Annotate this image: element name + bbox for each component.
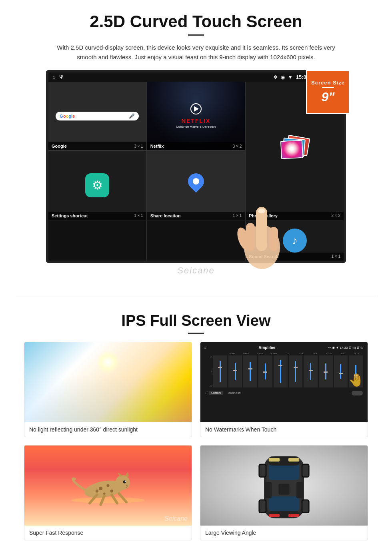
play-triangle-icon [194, 106, 199, 112]
svg-point-14 [96, 490, 98, 492]
wifi-icon: ▼ [288, 74, 293, 80]
badge-divider [322, 87, 334, 88]
amp-header: ⌂ Amplifier ⋯ ◉ ▼ 17:33 ⊡ ◁) ⊠ ▭ [204, 345, 364, 350]
google-label: Google 3 × 1 [48, 142, 146, 150]
netflix-label: Netflix 3 × 2 [147, 142, 245, 150]
svg-point-8 [115, 475, 130, 490]
section2-title: IPS Full Screen View [24, 312, 368, 329]
netflix-play-button[interactable] [190, 103, 202, 114]
section1-description: With 2.5D curved-display screen, this de… [56, 43, 336, 62]
gallery-photos [279, 136, 311, 165]
svg-marker-10 [125, 472, 129, 477]
feature-car: Large Viewing Angle [200, 445, 368, 540]
car-caption: Large Viewing Angle [200, 526, 368, 540]
app-cell-sound[interactable]: ♪ Sound Search 1 × 1 [246, 221, 344, 261]
badge-title: Screen Size [311, 80, 345, 86]
share-size: 1 × 1 [233, 213, 242, 218]
app-cell-google[interactable]: Google 🎤 Google 3 × 1 [48, 82, 146, 150]
amp-scale-mid: 0 [205, 370, 212, 373]
gallery-label: Photo Gallery 2 × 2 [246, 212, 344, 220]
svg-point-21 [125, 481, 126, 482]
feature-cheetah: Seicane Super Fast Response [24, 445, 192, 540]
amp-scale-bot: -10 [205, 385, 212, 387]
screen-mockup-wrapper: Screen Size 9" ⌂ Ψ ✻ ◉ ▼ 15:06 ⊡ ◁) ⊠ [46, 70, 346, 263]
svg-rect-35 [260, 500, 266, 512]
amp-balance-label [205, 352, 225, 355]
gallery-photo-3 [280, 140, 303, 159]
device-screen: ⌂ Ψ ✻ ◉ ▼ 15:06 ⊡ ◁) ⊠ ▭ [46, 70, 346, 263]
amp-freq-10: SUB [350, 352, 363, 355]
settings-label: Settings shortcut 1 × 1 [48, 212, 146, 220]
svg-rect-40 [288, 458, 299, 461]
gallery-name: Photo Gallery [249, 213, 278, 218]
amp-freq-8: 12.5k [323, 352, 336, 355]
cheetah-svg [52, 464, 164, 508]
amp-freq-5: 1k [281, 352, 294, 355]
amp-footer: ⟨⟨ Custom loudness [204, 389, 364, 397]
section-ips: IPS Full Screen View No light reflecting… [0, 308, 392, 552]
status-bar: ⌂ Ψ ✻ ◉ ▼ 15:06 ⊡ ◁) ⊠ ▭ [48, 72, 344, 82]
amp-home-icon: ⌂ [204, 346, 206, 349]
sunlight-flare [96, 350, 120, 374]
amp-scale-top: 10 [205, 355, 212, 358]
badge-size: 9" [322, 90, 335, 104]
svg-rect-31 [260, 465, 266, 476]
app-cell-netflix[interactable]: NETFLIX Continue Marvel's Daredevil Netf… [147, 82, 245, 150]
amp-freq-4: 500hz [268, 352, 280, 355]
gallery-size: 2 × 2 [331, 213, 340, 218]
app-cell-share[interactable]: Share location 1 × 1 [147, 151, 245, 219]
svg-rect-24 [269, 464, 299, 480]
amp-custom-btn[interactable]: Custom [209, 391, 223, 395]
amp-loudness-toggle[interactable] [352, 391, 363, 395]
amp-freq-2: 100hz [240, 352, 253, 355]
settings-size: 1 × 1 [134, 213, 143, 218]
bluetooth-icon: ✻ [274, 74, 278, 80]
amp-loudness-label: loudness [228, 391, 240, 395]
app-grid: Google 🎤 Google 3 × 1 [48, 82, 344, 220]
svg-point-13 [110, 490, 113, 492]
google-name: Google [52, 144, 67, 149]
cheetah-image: Seicane [24, 446, 192, 526]
sound-label: Sound Search 1 × 1 [246, 253, 344, 261]
section1-title: 2.5D Curved Touch Screen [24, 12, 368, 31]
section2-title-divider [188, 333, 204, 334]
sunlight-image [24, 342, 192, 422]
google-logo: Google [60, 114, 75, 118]
section-divider [16, 296, 376, 296]
google-search-bar[interactable]: Google 🎤 [56, 112, 139, 120]
microphone-icon: 🎤 [129, 113, 135, 119]
watermark-text: Seicane [24, 265, 368, 276]
gear-icon: ⚙ [92, 178, 103, 192]
app-cell-settings[interactable]: ⚙ Settings shortcut 1 × 1 [48, 151, 146, 219]
usb-icon: Ψ [59, 74, 63, 80]
sound-icon-background: ♪ [283, 229, 307, 253]
svg-rect-38 [278, 484, 289, 494]
amp-freq-1: 60hz [226, 352, 239, 355]
settings-name: Settings shortcut [52, 213, 88, 218]
feature-watermarks: ⌂ Amplifier ⋯ ◉ ▼ 17:33 ⊡ ◁) ⊠ ▭ 60hz 10… [200, 342, 368, 437]
netflix-size: 3 × 2 [233, 144, 242, 149]
amp-icons: ⋯ ◉ ▼ 17:33 ⊡ ◁) ⊠ ▭ [328, 346, 364, 349]
home-icon: ⌂ [52, 74, 55, 80]
status-left: ⌂ Ψ [52, 74, 63, 80]
settings-icon-background: ⚙ [85, 173, 109, 197]
netflix-subtitle: Continue Marvel's Daredevil [176, 125, 216, 128]
svg-marker-9 [118, 472, 124, 477]
share-label: Share location 1 × 1 [147, 212, 245, 220]
svg-point-15 [103, 492, 106, 495]
svg-rect-25 [269, 496, 299, 511]
netflix-logo: NETFLIX [182, 118, 210, 124]
amplifier-image: ⌂ Amplifier ⋯ ◉ ▼ 17:33 ⊡ ◁) ⊠ ▭ 60hz 10… [200, 342, 368, 422]
watermarks-caption: No Watermarks When Touch [200, 422, 368, 437]
section-curved-screen: 2.5D Curved Touch Screen With 2.5D curve… [0, 0, 392, 284]
title-divider [188, 34, 204, 36]
sound-name: Sound Search [249, 254, 278, 259]
amp-title: Amplifier [258, 345, 276, 350]
amp-freq-7: 10k [309, 352, 322, 355]
features-grid: No light reflecting under 360° direct su… [24, 342, 368, 540]
netflix-name: Netflix [150, 144, 164, 149]
svg-rect-39 [269, 458, 280, 461]
svg-rect-37 [302, 500, 308, 512]
cheetah-caption: Super Fast Response [24, 526, 192, 540]
screen-size-badge: Screen Size 9" [306, 70, 350, 114]
